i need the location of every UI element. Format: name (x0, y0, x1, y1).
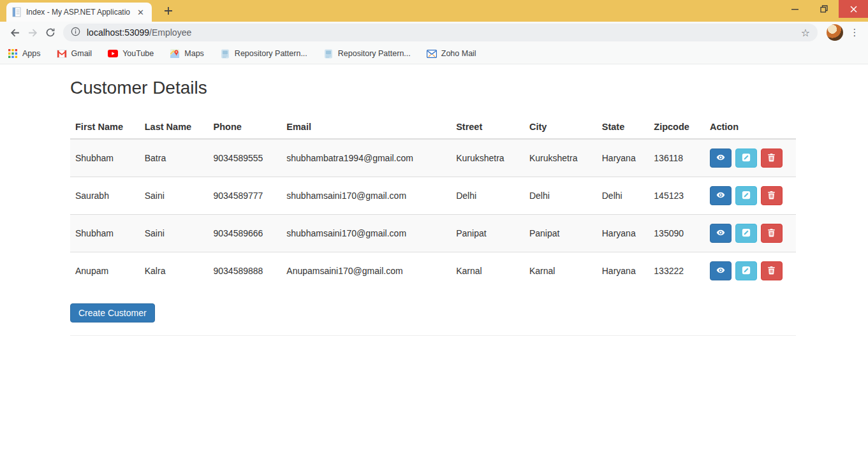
edit-pencil-icon (742, 191, 751, 201)
column-header: First Name (70, 115, 140, 139)
site-info-icon[interactable] (71, 27, 80, 39)
cell-city: Delhi (524, 177, 597, 215)
cell-street: Kurukshetra (451, 139, 524, 177)
bookmark-label: Maps (184, 49, 204, 58)
cell-street: Panipat (451, 215, 524, 252)
cell-first-name: Saurabh (70, 177, 140, 215)
restore-button[interactable] (809, 0, 839, 18)
bookmark-label: YouTube (122, 49, 154, 58)
eye-icon (716, 266, 725, 277)
cell-phone: 9034589777 (209, 177, 282, 215)
url-host: localhost:53099 (87, 27, 149, 38)
cell-phone: 9034589555 (209, 139, 282, 177)
eye-icon (716, 191, 725, 201)
delete-button[interactable] (761, 149, 783, 168)
view-button[interactable] (710, 224, 732, 243)
trash-icon (767, 153, 776, 164)
table-row: Saurabh Saini 9034589777 shubhamsaini170… (70, 177, 796, 215)
cell-zipcode: 135090 (649, 215, 705, 252)
delete-button[interactable] (761, 224, 783, 243)
cell-last-name: Saini (140, 177, 209, 215)
view-button[interactable] (710, 261, 732, 280)
url-path: /Employee (149, 27, 191, 38)
bookmark-item[interactable]: Maps (170, 48, 204, 59)
new-tab-button[interactable] (159, 2, 177, 20)
cell-actions (705, 215, 796, 252)
forward-icon[interactable] (24, 24, 41, 41)
eye-icon (716, 153, 725, 164)
cell-email: Anupamsaini170@gmail.com (281, 252, 451, 290)
customer-table: First NameLast NamePhoneEmailStreetCityS… (70, 115, 796, 289)
edit-button[interactable] (735, 261, 757, 280)
cell-state: Delhi (597, 177, 649, 215)
cell-phone: 9034589666 (209, 215, 282, 252)
cell-zipcode: 145123 (649, 177, 705, 215)
cell-last-name: Saini (140, 215, 209, 252)
page-icon (220, 48, 230, 59)
close-button[interactable] (839, 0, 868, 18)
edit-pencil-icon (742, 266, 751, 277)
bookmarks-bar: Apps Gmail YouTube Maps Repository Patte… (0, 43, 868, 64)
youtube-icon (108, 48, 118, 59)
edit-button[interactable] (735, 186, 757, 205)
view-button[interactable] (710, 186, 732, 205)
delete-button[interactable] (761, 261, 783, 280)
eye-icon (716, 228, 725, 239)
create-customer-button[interactable]: Create Customer (70, 303, 155, 323)
page-content: Customer Details First NameLast NamePhon… (0, 64, 868, 336)
bookmark-label: Apps (22, 49, 41, 58)
cell-city: Kurukshetra (524, 139, 597, 177)
column-header: Action (705, 115, 796, 139)
bookmark-item[interactable]: Zoho Mail (427, 48, 476, 59)
cell-state: Haryana (597, 139, 649, 177)
window-controls (780, 0, 868, 18)
column-header: Last Name (140, 115, 209, 139)
bookmark-label: Repository Pattern... (235, 49, 307, 58)
bookmark-label: Gmail (71, 49, 92, 58)
cell-zipcode: 133222 (649, 252, 705, 290)
cell-phone: 9034589888 (209, 252, 282, 290)
bookmark-star-icon[interactable]: ☆ (801, 27, 810, 39)
table-row: Shubham Saini 9034589666 shubhamsaini170… (70, 215, 796, 252)
bookmark-label: Zoho Mail (441, 49, 476, 58)
browser-titlebar: Index - My ASP.NET Application ✕ (0, 0, 868, 22)
bookmark-item[interactable]: YouTube (108, 48, 154, 59)
cell-first-name: Shubham (70, 215, 140, 252)
tab-close-icon[interactable]: ✕ (135, 7, 147, 18)
cell-actions (705, 139, 796, 177)
column-header: Email (281, 115, 451, 139)
edit-button[interactable] (735, 149, 757, 168)
edit-pencil-icon (742, 228, 751, 239)
table-row: Anupam Kalra 9034589888 Anupamsaini170@g… (70, 252, 796, 290)
tab-title: Index - My ASP.NET Application (26, 8, 130, 17)
address-bar[interactable]: localhost:53099/Employee ☆ (63, 24, 818, 41)
bottom-divider (70, 335, 796, 336)
browser-toolbar: localhost:53099/Employee ☆ ⋮ (0, 22, 868, 43)
apps-grid-icon (8, 48, 18, 59)
cell-street: Karnal (451, 252, 524, 290)
cell-city: Karnal (524, 252, 597, 290)
reload-icon[interactable] (41, 24, 59, 41)
cell-actions (705, 177, 796, 215)
cell-city: Panipat (524, 215, 597, 252)
trash-icon (767, 191, 776, 201)
maps-icon (170, 48, 180, 59)
bookmark-item[interactable]: Apps (8, 48, 41, 59)
view-button[interactable] (710, 149, 732, 168)
edit-button[interactable] (735, 224, 757, 243)
cell-state: Haryana (597, 215, 649, 252)
browser-menu-icon[interactable]: ⋮ (847, 25, 862, 40)
profile-avatar[interactable] (827, 24, 843, 41)
bookmark-label: Repository Pattern... (338, 49, 411, 58)
page-icon (323, 48, 334, 59)
column-header: State (597, 115, 649, 139)
browser-tab[interactable]: Index - My ASP.NET Application ✕ (6, 3, 152, 22)
edit-pencil-icon (742, 153, 751, 164)
bookmark-item[interactable]: Repository Pattern... (323, 48, 411, 59)
bookmark-item[interactable]: Repository Pattern... (220, 48, 307, 59)
bookmark-item[interactable]: Gmail (57, 48, 92, 59)
minimize-button[interactable] (780, 0, 809, 18)
url-text: localhost:53099/Employee (87, 27, 191, 38)
delete-button[interactable] (761, 186, 783, 205)
back-icon[interactable] (6, 24, 24, 41)
